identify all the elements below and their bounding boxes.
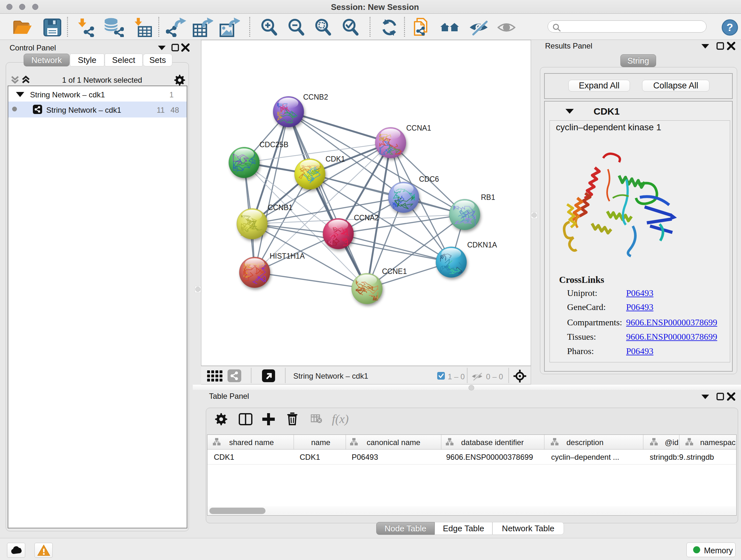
svg-text:CDC25B: CDC25B [259, 140, 288, 149]
svg-text:CCNB2: CCNB2 [303, 93, 328, 101]
svg-text:HIST1H1A: HIST1H1A [270, 252, 305, 260]
svg-text:?: ? [727, 21, 733, 33]
svg-text:CCNE1: CCNE1 [382, 267, 407, 275]
svg-text:CDKN1A: CDKN1A [467, 241, 497, 249]
svg-text:RB1: RB1 [481, 193, 495, 201]
svg-text:CCNA2: CCNA2 [354, 213, 379, 222]
svg-text:CDC6: CDC6 [419, 175, 439, 183]
svg-text:CCNB1: CCNB1 [268, 203, 293, 212]
svg-text:CCNA1: CCNA1 [406, 124, 431, 132]
svg-text:CDK1: CDK1 [326, 155, 345, 163]
